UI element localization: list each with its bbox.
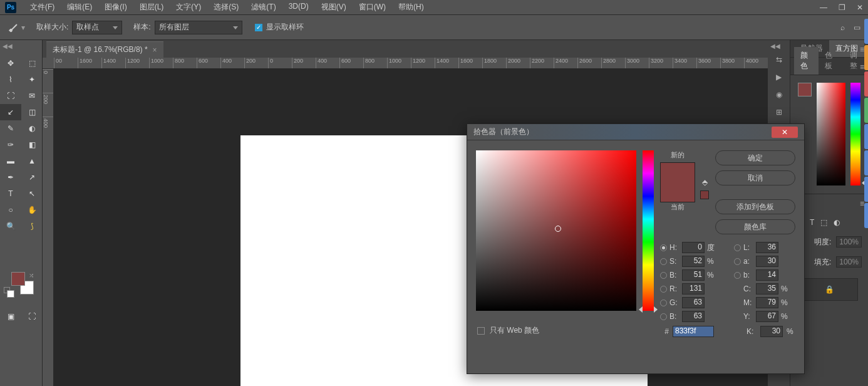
document-tab[interactable]: 未标题-1 @ 16.7%(RGB/8) * ×: [46, 41, 163, 58]
field-input-Y[interactable]: 67: [756, 311, 778, 322]
color-panel-swatch[interactable]: [798, 83, 812, 96]
field-input-C[interactable]: 35: [756, 283, 778, 295]
eraser-tool[interactable]: ◧: [21, 137, 43, 153]
restore-icon[interactable]: ❐: [839, 3, 845, 12]
panel-icon-3[interactable]: ◉: [776, 90, 782, 99]
ok-button[interactable]: 确定: [715, 150, 795, 165]
screenmode-tool[interactable]: ⛶: [21, 308, 43, 325]
lasso-tool[interactable]: ⌇: [0, 71, 21, 88]
menu-item[interactable]: 视图(V): [315, 2, 353, 13]
hex-input[interactable]: 833f3f: [673, 326, 714, 337]
edge-tab[interactable]: [864, 177, 868, 202]
menu-item[interactable]: 窗口(W): [353, 2, 392, 13]
move-tool[interactable]: ✥: [0, 55, 21, 71]
field-input-L[interactable]: 36: [756, 242, 778, 253]
menu-item[interactable]: 图层(L): [133, 2, 170, 13]
add-swatch-button[interactable]: 添加到色板: [715, 199, 795, 214]
edge-tab[interactable]: [864, 45, 868, 70]
field-input-M[interactable]: 79: [756, 297, 778, 308]
field-input-Bv[interactable]: 51: [682, 269, 705, 281]
banana-tool[interactable]: ⟆: [21, 218, 43, 234]
eyedropper-icon[interactable]: [8, 21, 20, 34]
field-input-H[interactable]: 0: [682, 242, 705, 253]
panel-menu-icon[interactable]: ≡: [860, 63, 864, 71]
field-input-S[interactable]: 52: [682, 256, 705, 267]
menu-item[interactable]: 选择(S): [207, 2, 245, 13]
marquee-tool[interactable]: ⬚: [21, 55, 43, 71]
field-input-G[interactable]: 63: [682, 297, 705, 308]
radio-a[interactable]: [734, 258, 741, 265]
quickmask-tool[interactable]: ▣: [0, 308, 21, 325]
edge-tab[interactable]: [864, 71, 868, 96]
close-icon[interactable]: ✕: [857, 3, 863, 12]
tab-swatches[interactable]: 色板: [819, 47, 843, 75]
pen-tool[interactable]: ✒: [0, 169, 21, 185]
path-tool[interactable]: ↗: [21, 169, 43, 185]
filter-icon[interactable]: ⬚: [820, 218, 827, 227]
radio-S[interactable]: [660, 258, 667, 265]
gamut-color-swatch[interactable]: [700, 190, 709, 199]
chevron-down-icon[interactable]: ▾: [21, 23, 25, 32]
show-ring-checkbox[interactable]: [255, 24, 262, 31]
shape-tool[interactable]: ○: [0, 202, 21, 218]
edge-tab[interactable]: [864, 19, 868, 44]
edge-tab[interactable]: [864, 150, 868, 175]
radio-L[interactable]: [734, 244, 741, 251]
menu-item[interactable]: 文字(Y): [170, 2, 207, 13]
color-panel-field[interactable]: [817, 83, 845, 185]
menu-item[interactable]: 图像(I): [98, 2, 133, 13]
text-tool[interactable]: T: [0, 185, 21, 202]
panel-icon-2[interactable]: ▶: [776, 73, 782, 81]
field-input-b[interactable]: 14: [756, 269, 778, 281]
hand-tool[interactable]: ✋: [21, 202, 43, 218]
hue-slider[interactable]: [643, 150, 654, 311]
wand-tool[interactable]: ✦: [21, 71, 43, 88]
color-libraries-button[interactable]: 颜色库: [715, 219, 795, 234]
heal-tool[interactable]: ◐: [21, 120, 43, 137]
direct-select-tool[interactable]: ↖: [21, 185, 43, 202]
web-only-checkbox[interactable]: [477, 327, 485, 335]
new-current-preview[interactable]: [660, 162, 695, 202]
foreground-swatch[interactable]: [11, 272, 25, 286]
edge-tab[interactable]: [864, 124, 868, 149]
filter-icon[interactable]: ◐: [834, 218, 840, 227]
panel-icon-4[interactable]: ⊞: [776, 108, 782, 117]
menu-item[interactable]: 帮助(H): [392, 2, 430, 13]
dialog-close-button[interactable]: ✕: [772, 127, 798, 138]
swap-colors-icon[interactable]: ⤭: [29, 272, 34, 279]
menu-item[interactable]: 编辑(E): [61, 2, 98, 13]
collapse-left-icon[interactable]: ◀◀: [770, 43, 780, 50]
cancel-button[interactable]: 取消: [715, 170, 795, 185]
sample-layer-select[interactable]: 所有图层: [155, 21, 242, 34]
k-input[interactable]: 30: [760, 326, 783, 337]
saturation-brightness-field[interactable]: [476, 150, 636, 311]
menu-item[interactable]: 文件(F): [24, 2, 61, 13]
menu-item[interactable]: 滤镜(T): [245, 2, 282, 13]
eyedropper-tool[interactable]: ↙: [0, 104, 21, 120]
tab-color[interactable]: 颜色: [794, 47, 819, 75]
edge-tab[interactable]: [864, 98, 868, 123]
blur-tool[interactable]: ▲: [21, 153, 43, 169]
gradient-tool[interactable]: ▬: [0, 153, 21, 169]
radio-Bb[interactable]: [660, 313, 667, 320]
crop-tool[interactable]: ⛶: [0, 88, 21, 104]
default-colors-icon[interactable]: [4, 287, 10, 293]
search-icon[interactable]: ⌕: [840, 23, 845, 32]
sample-size-select[interactable]: 取样点: [72, 21, 122, 34]
field-input-R[interactable]: 131: [682, 283, 705, 295]
menu-item[interactable]: 3D(D): [282, 2, 315, 13]
radio-G[interactable]: [660, 300, 667, 306]
field-input-Bb[interactable]: 63: [682, 311, 705, 322]
radio-b[interactable]: [734, 272, 741, 279]
dialog-titlebar[interactable]: 拾色器（前景色） ✕: [467, 124, 804, 140]
zoom-tool[interactable]: 🔍: [0, 218, 21, 234]
lock-button[interactable]: 🔒: [800, 278, 858, 301]
panel-icon-1[interactable]: ⇆: [776, 55, 782, 64]
panel-menu-icon[interactable]: ≡: [860, 199, 864, 208]
collapse-icon[interactable]: ◀◀: [3, 43, 13, 50]
minimize-icon[interactable]: —: [820, 3, 827, 12]
workspace-icon[interactable]: ▭: [854, 23, 860, 32]
opacity-input[interactable]: 100%: [836, 236, 862, 248]
radio-Bv[interactable]: [660, 272, 667, 279]
edge-tab[interactable]: [864, 203, 868, 228]
